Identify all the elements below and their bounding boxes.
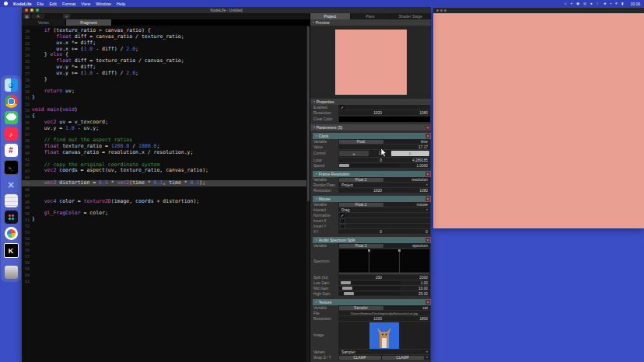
apple-menu-icon[interactable] xyxy=(4,2,8,5)
spectrum-divider-handle[interactable] xyxy=(368,249,370,252)
texture-image[interactable] xyxy=(338,322,430,349)
dock-icon-figma[interactable] xyxy=(5,211,18,224)
dock-icon-mail[interactable] xyxy=(5,194,18,207)
row-label: Variable xyxy=(310,305,338,310)
spectrum-display[interactable] xyxy=(339,249,429,273)
dock-icon-music[interactable]: ♪ xyxy=(5,127,18,141)
texture-type-dropdown[interactable]: Sampler xyxy=(339,306,383,310)
output-close-button[interactable] xyxy=(436,9,439,12)
dock-icon-kodelife[interactable]: K xyxy=(4,243,19,258)
menu-item-kodelife[interactable]: KodeLife xyxy=(13,2,32,6)
editor-scrollbar[interactable] xyxy=(306,26,310,362)
menu-item-format[interactable]: Format xyxy=(62,2,75,6)
dock-icon-code-x[interactable]: × xyxy=(5,178,18,191)
caret-cell[interactable]: ▾ xyxy=(424,183,430,187)
dock-icon-messages[interactable] xyxy=(5,111,18,124)
status-icon-8[interactable]: ≡ xyxy=(615,2,618,5)
caret-cell[interactable]: ▾ xyxy=(424,350,430,354)
clock-type-dropdown[interactable]: Float xyxy=(339,140,383,144)
section-header-properties[interactable]: ▾Properties xyxy=(310,99,431,105)
menu-item-help[interactable]: Help xyxy=(117,2,125,6)
row-label: Invert Y xyxy=(310,224,338,228)
low-gain-slider[interactable] xyxy=(339,281,400,284)
status-icon-2[interactable]: ◉ xyxy=(576,2,579,5)
tab-pass[interactable]: Pass xyxy=(351,13,390,19)
row-label: Resolution xyxy=(310,188,338,193)
enabled-checkbox[interactable]: ✓ xyxy=(338,105,349,110)
spectrum-divider[interactable] xyxy=(369,249,369,273)
menu-item-window[interactable]: Window xyxy=(96,2,111,6)
mouse-type-dropdown[interactable]: Float 2 xyxy=(339,203,383,207)
output-titlebar[interactable] xyxy=(433,8,644,13)
section-header-audio-spectrum-split[interactable]: ▾Audio Spectrum Split× xyxy=(313,237,431,243)
frameres-type-dropdown[interactable]: Float 2 xyxy=(339,178,383,182)
slider-handle[interactable] xyxy=(339,164,349,167)
status-icon-9[interactable]: ▮ xyxy=(621,2,623,5)
tab-shader-stage[interactable]: Shader Stage xyxy=(390,13,430,19)
preview-header[interactable]: ▾ Preview xyxy=(310,19,431,26)
section-header-mouse[interactable]: ▾Mouse× xyxy=(313,196,431,202)
remove-parameter-button[interactable]: × xyxy=(425,238,430,242)
render-pass-dropdown[interactable]: Project xyxy=(338,183,424,187)
section-header-texture[interactable]: ▾Texture× xyxy=(313,299,431,305)
tab-project[interactable]: Project xyxy=(310,13,350,19)
spectrum-divider[interactable] xyxy=(399,249,400,273)
wrap-s-dropdown[interactable]: CLAMP xyxy=(339,356,381,360)
pass-grid-icon[interactable]: ▦ xyxy=(23,14,30,19)
remove-parameter-button[interactable]: × xyxy=(425,134,430,138)
dock-icon-photos[interactable] xyxy=(5,227,18,240)
mid-gain-slider[interactable] xyxy=(339,287,400,290)
dock-icon-terminal[interactable]: >_ xyxy=(4,160,19,175)
dock-icon-finder[interactable]: ☺ xyxy=(5,78,18,92)
dock-icon-chrome[interactable] xyxy=(5,95,18,108)
add-pass-button[interactable]: + xyxy=(63,14,70,19)
status-icon-1[interactable]: + xyxy=(570,2,572,5)
speed-slider[interactable] xyxy=(339,164,400,167)
clear-color-swatch[interactable] xyxy=(339,117,430,122)
menu-item-edit[interactable]: Edit xyxy=(49,2,56,6)
slider-handle[interactable] xyxy=(344,292,354,295)
status-icon-7[interactable]: ▪ xyxy=(611,2,612,5)
variant-dropdown[interactable]: Sampler xyxy=(338,350,424,354)
wrap-t-dropdown[interactable]: CLAMP xyxy=(382,356,424,360)
status-icon-0[interactable]: ○ xyxy=(565,2,567,5)
status-icon-6[interactable]: ★ xyxy=(604,2,607,5)
tab-fragment[interactable]: Fragment xyxy=(66,19,111,26)
code-editor[interactable]: 20 if (texture_ratio > canvas_ratio) {21… xyxy=(22,26,310,362)
remove-parameter-button[interactable]: × xyxy=(425,172,430,176)
invert-x-checkbox[interactable] xyxy=(338,218,349,223)
dock-icon-trash[interactable] xyxy=(5,266,18,279)
remove-parameter-button[interactable]: × xyxy=(425,300,430,305)
menu-item-file[interactable]: File xyxy=(37,2,44,6)
active-code-line: 45 vec2 distortion = 0.5 * vec2(time * 0… xyxy=(22,180,310,186)
section-header-clock[interactable]: ▾Clock× xyxy=(313,133,431,139)
menu-clock[interactable]: 10:16 xyxy=(630,2,640,6)
output-minimize-button[interactable] xyxy=(440,9,443,12)
add-parameter-button[interactable]: + xyxy=(425,125,430,130)
normalize-checkbox[interactable]: ✓ xyxy=(338,213,349,218)
status-icon-5[interactable]: ☾ xyxy=(597,2,600,5)
clock-pause-button[interactable]: || xyxy=(391,151,429,156)
slider-handle[interactable] xyxy=(341,281,351,284)
pass-tab[interactable]: A xyxy=(32,14,44,19)
caret-cell[interactable]: ▾ xyxy=(424,207,430,212)
slider-handle[interactable] xyxy=(342,287,352,290)
status-icon-3[interactable]: ◎ xyxy=(583,2,586,5)
status-icon-4[interactable]: ● xyxy=(590,2,593,5)
window-titlebar[interactable]: KodeLife - Untitled xyxy=(22,7,431,13)
caret-cell[interactable]: ▾ xyxy=(424,355,430,360)
high-gain-slider[interactable] xyxy=(339,292,400,295)
spectrum-type-dropdown[interactable]: Float 3 xyxy=(339,244,383,248)
spectrum-divider-handle[interactable] xyxy=(398,249,401,252)
invert-y-checkbox[interactable] xyxy=(338,224,349,228)
tab-vertex[interactable]: Vertex xyxy=(22,19,65,26)
menu-item-view[interactable]: View xyxy=(81,2,90,6)
interact-dropdown[interactable]: Drag xyxy=(338,207,424,212)
remove-parameter-button[interactable]: × xyxy=(425,197,430,201)
clock-increment-button[interactable]: + xyxy=(339,151,369,156)
section-header-frame-resolution[interactable]: ▾Frame Resolution× xyxy=(313,171,431,177)
section-header-parameters-5[interactable]: ▾Parameters (5)+ xyxy=(310,124,431,131)
dock-icon-slack[interactable]: # xyxy=(5,144,18,157)
scrollbar-thumb[interactable] xyxy=(307,26,310,201)
output-zoom-button[interactable] xyxy=(444,9,446,12)
